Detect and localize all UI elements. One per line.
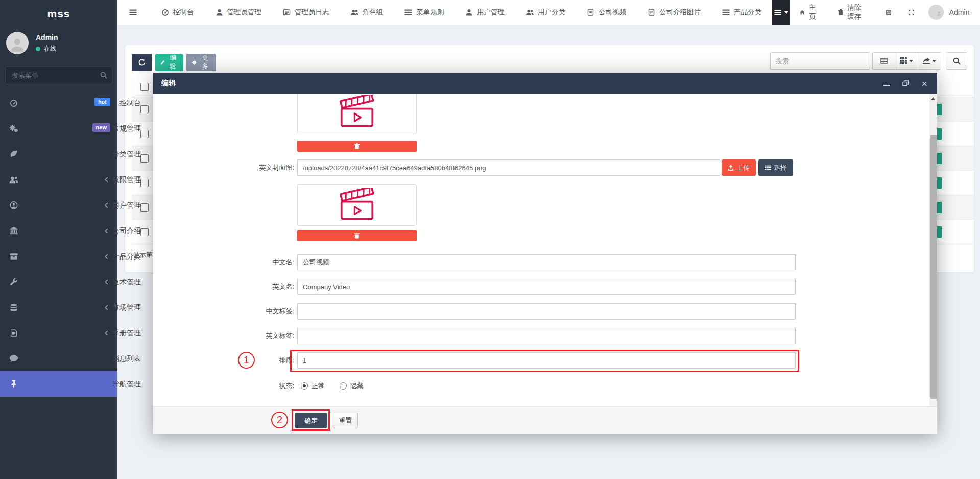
status-radio-normal[interactable]: 正常 [297,381,325,391]
user-menu[interactable]: Admin [923,0,975,25]
toggle-view-button[interactable] [872,52,895,70]
tab-menu-rule[interactable]: 菜单规则 [394,0,455,25]
sidebar-menu: 控制台hot常规管理new分类管理权限管理用户管理公司介绍产品分类技术管理市场管… [0,90,117,397]
clear-cache-button[interactable]: 清除缓存 [828,0,877,25]
row-checkbox[interactable] [140,179,149,187]
table-row [937,97,974,122]
edit-button[interactable]: 编辑 [155,54,183,71]
modal-header[interactable]: 编辑 × [153,73,937,94]
dashboard-icon [161,9,169,16]
dashboard-icon [9,99,18,107]
status-pill [937,202,942,213]
row-checkbox[interactable] [140,228,149,236]
svg-text:P: P [650,10,653,15]
translate-icon[interactable] [886,9,891,16]
upload-button[interactable]: 上传 [722,159,756,176]
modal-body: 英文封面图: 上传 选择 中文名: 英文名: 中文标签: 英文标签: 排序: [153,94,937,406]
bars-icon [722,9,730,16]
scrollbar-thumb[interactable] [930,135,937,399]
home-button[interactable]: 主页 [790,0,828,25]
more-button[interactable]: 更多 [186,54,216,71]
delete-en-cover-button[interactable] [297,230,417,241]
close-icon[interactable]: × [921,80,928,87]
home-icon [800,9,805,16]
badge-new: new [92,123,110,132]
tab-admin-manage[interactable]: 管理员管理 [205,0,273,25]
chevron-left-icon [105,330,108,336]
pin-icon [9,380,18,388]
sidebar-item-general[interactable]: 常规管理new [0,116,117,141]
users-icon [9,176,18,184]
search-submit-button[interactable] [946,52,967,70]
modal-scrollbar[interactable] [929,94,937,406]
ok-button[interactable]: 确定 [295,413,327,428]
trash-icon [354,143,360,149]
sidebar-item-market[interactable]: 市场管理 [0,294,117,320]
columns-button[interactable] [895,52,918,70]
sidebar-item-tech[interactable]: 技术管理 [0,269,117,294]
cn-name-input[interactable] [297,254,796,270]
online-dot-icon [36,47,40,51]
tab-console[interactable]: 控制台 [151,0,205,25]
sidebar-item-users[interactable]: 用户管理 [0,192,117,218]
sidebar: mss Admin 在线 控制台hot常规管理new分类管理权限管理用户管理公司… [0,0,117,479]
en-tag-input[interactable] [297,328,796,344]
status-pill [937,104,942,115]
select-all-checkbox[interactable] [140,83,149,91]
sidebar-item-console[interactable]: 控制台hot [0,90,117,116]
table-search-input[interactable] [770,52,870,70]
status-pill [937,226,942,238]
sidebar-search-input[interactable] [5,66,112,84]
en-cover-path-input[interactable] [297,159,720,176]
fullscreen-icon[interactable] [909,9,914,16]
scroll-up-arrow-icon[interactable] [931,97,935,100]
row-checkbox[interactable] [140,105,149,113]
video-file-icon [587,9,594,16]
online-status: 在线 [36,44,58,53]
reset-button[interactable]: 重置 [333,413,358,428]
refresh-button[interactable] [132,54,152,71]
tab-admin-log[interactable]: 管理员日志 [272,0,340,25]
delete-cn-cover-button[interactable] [297,141,417,152]
radio-unchecked-icon [340,382,347,390]
tab-company-images[interactable]: P公司介绍图片 [637,0,711,25]
tab-product-category[interactable]: 产品分类 [711,0,772,25]
radio-checked-icon [301,382,308,390]
en-name-label: 英文名: [214,279,294,295]
menu-icon [774,9,782,16]
sidebar-item-message[interactable]: 消息列表 [0,346,117,371]
tab-role-group[interactable]: 角色组 [340,0,394,25]
sidebar-item-auth[interactable]: 权限管理 [0,167,117,192]
minimize-icon[interactable] [883,80,890,87]
export-button[interactable] [918,52,941,70]
sidebar-item-product[interactable]: 产品分类 [0,243,117,269]
app-logo: mss [0,0,117,28]
annotation-step-2: 2 [271,412,288,428]
form-row-status: 状态: 正常隐藏 [153,380,937,392]
sidebar-toggle-icon[interactable] [129,9,137,16]
cn-cover-preview[interactable] [297,94,417,134]
row-checkbox[interactable] [140,154,149,163]
cn-tag-input[interactable] [297,303,796,320]
database-icon [9,304,18,311]
en-cover-preview[interactable] [297,184,417,226]
caret-down-icon [784,11,788,14]
tab-user-category[interactable]: 用户分类 [515,0,576,25]
user-silhouette-icon [10,36,25,54]
sort-input[interactable] [297,352,796,369]
tabs-menu-button[interactable] [772,0,790,25]
sidebar-item-nav[interactable]: 导航管理 [0,371,117,397]
tab-user-manage[interactable]: 用户管理 [455,0,515,25]
select-button[interactable]: 选择 [758,159,793,176]
row-checkbox[interactable] [140,130,149,138]
status-radio-hidden[interactable]: 隐藏 [336,381,364,391]
en-name-input[interactable] [297,279,796,295]
sidebar-item-company[interactable]: 公司介绍 [0,218,117,243]
sidebar-item-category[interactable]: 分类管理 [0,141,117,167]
sidebar-item-manual[interactable]: 手册管理 [0,320,117,346]
row-checkbox[interactable] [140,203,149,212]
caret-down-icon [932,59,936,62]
tab-company-video[interactable]: 公司视频 [576,0,637,25]
user-icon [465,9,473,16]
maximize-icon[interactable] [902,80,909,86]
